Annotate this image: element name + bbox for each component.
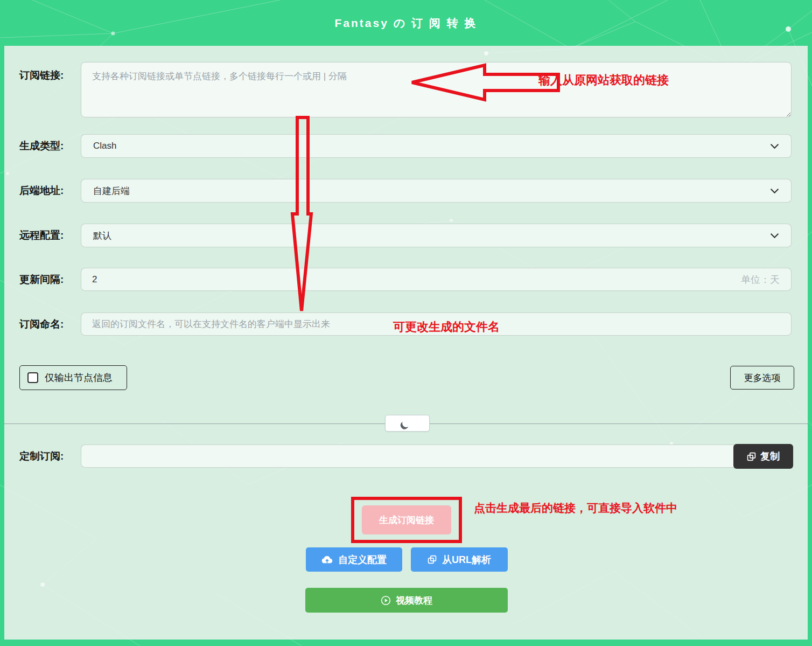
play-circle-icon — [381, 595, 391, 606]
custom-subscribe-input[interactable] — [81, 444, 792, 468]
more-options-button[interactable]: 更多选项 — [730, 366, 794, 390]
update-interval-row: 更新间隔: 单位：天 — [0, 268, 812, 291]
node-only-toggle[interactable]: 仅输出节点信息 — [19, 365, 127, 390]
copy-button-label: 复制 — [760, 450, 780, 463]
annotation-generate-hint: 点击生成最后的链接，可直接导入软件中 — [474, 501, 677, 516]
node-only-label: 仅输出节点信息 — [45, 371, 113, 384]
parse-url-label: 从URL解析 — [442, 553, 491, 566]
copy-icon — [428, 555, 437, 564]
checkbox-icon[interactable] — [27, 372, 38, 383]
annotation-link-hint: 输入从原网站获取的链接 — [538, 72, 669, 88]
copy-button[interactable]: 复制 — [733, 444, 793, 469]
annotation-filename-hint: 可更改生成的文件名 — [393, 319, 500, 335]
custom-subscribe-row: 定制订阅: — [0, 444, 812, 468]
chevron-down-icon — [770, 143, 779, 149]
annotation-highlight-box — [351, 497, 462, 543]
cloud-upload-icon — [321, 555, 333, 564]
video-tutorial-label: 视频教程 — [396, 594, 432, 607]
backend-label: 后端地址: — [19, 184, 64, 198]
custom-config-label: 自定义配置 — [338, 553, 387, 566]
backend-row: 后端地址: 自建后端 — [0, 179, 812, 203]
remote-config-row: 远程配置: 默认 — [0, 224, 812, 247]
interval-unit-hint: 单位：天 — [741, 273, 780, 286]
moon-icon — [402, 419, 411, 428]
target-type-row: 生成类型: Clash — [0, 134, 812, 158]
theme-toggle-button[interactable] — [385, 415, 430, 432]
video-tutorial-button[interactable]: 视频教程 — [305, 588, 508, 613]
chevron-down-icon — [770, 233, 779, 239]
update-interval-input[interactable] — [81, 268, 792, 291]
subscribe-link-input[interactable] — [81, 62, 792, 117]
remote-config-select[interactable]: 默认 — [81, 224, 792, 247]
update-interval-label: 更新间隔: — [19, 273, 64, 287]
target-type-value: Clash — [93, 141, 770, 151]
target-type-label: 生成类型: — [19, 139, 64, 153]
subscribe-link-row: 订阅链接: — [0, 62, 812, 117]
chevron-down-icon — [770, 188, 779, 194]
parse-url-button[interactable]: 从URL解析 — [411, 547, 508, 572]
filename-label: 订阅命名: — [19, 317, 64, 331]
backend-value: 自建后端 — [93, 185, 770, 197]
backend-select[interactable]: 自建后端 — [81, 179, 792, 203]
subscription-converter-page: Fantasy の 订 阅 转 换 订阅链接: 生成类型: Clash 后端地址… — [0, 0, 812, 646]
remote-config-label: 远程配置: — [19, 228, 64, 242]
custom-config-button[interactable]: 自定义配置 — [306, 547, 402, 572]
subscribe-link-label: 订阅链接: — [19, 68, 64, 82]
custom-subscribe-label: 定制订阅: — [19, 449, 64, 463]
remote-config-value: 默认 — [93, 230, 770, 242]
target-type-select[interactable]: Clash — [81, 134, 792, 158]
copy-icon — [747, 452, 756, 461]
